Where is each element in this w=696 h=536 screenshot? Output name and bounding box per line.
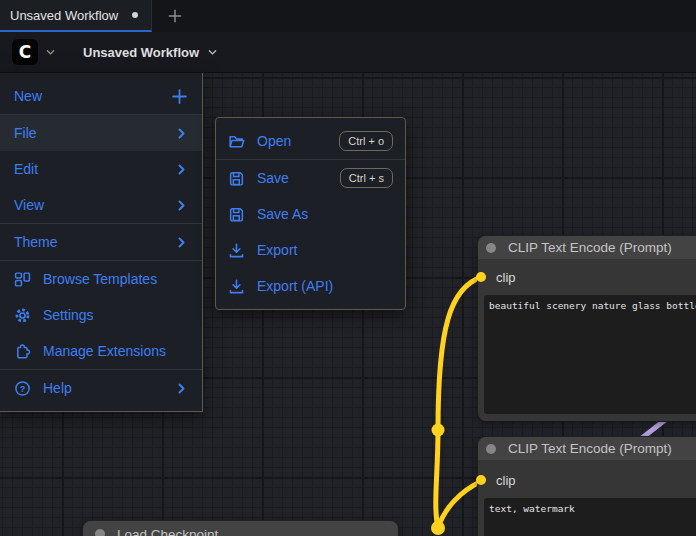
menu-item-manage-extensions[interactable]: Manage Extensions bbox=[0, 333, 202, 369]
menu-item-label: Help bbox=[43, 380, 72, 396]
submenu-item-save[interactable]: Save Ctrl + s bbox=[216, 160, 405, 196]
node-load-checkpoint: Load Checkpoint bbox=[83, 521, 398, 536]
clip-wire-middle bbox=[436, 430, 438, 528]
clip-input-slot: clip bbox=[478, 470, 516, 490]
node-header[interactable]: Load Checkpoint bbox=[83, 521, 398, 536]
folder-open-icon bbox=[228, 133, 245, 150]
node-header[interactable]: CLIP Text Encode (Prompt) bbox=[478, 437, 696, 460]
submenu-item-label: Export bbox=[257, 242, 297, 258]
collapse-dot-icon[interactable] bbox=[95, 529, 105, 536]
chevron-right-icon bbox=[175, 127, 188, 140]
save-icon bbox=[228, 170, 245, 187]
comfyui-logo-icon: C bbox=[12, 39, 38, 65]
submenu-item-export[interactable]: Export bbox=[216, 232, 405, 268]
submenu-item-label: Save As bbox=[257, 206, 308, 222]
menu-item-label: Browse Templates bbox=[43, 271, 157, 287]
file-submenu-panel: Open Ctrl + o Save Ctrl + s Save As bbox=[215, 117, 406, 310]
shortcut-badge: Ctrl + o bbox=[339, 131, 393, 151]
clip-wire-bottom bbox=[438, 481, 482, 528]
workflow-tab[interactable]: Unsaved Workflow bbox=[0, 0, 152, 32]
submenu-item-export-api[interactable]: Export (API) bbox=[216, 268, 405, 304]
menu-item-label: Theme bbox=[14, 234, 58, 250]
menu-item-label: Manage Extensions bbox=[43, 343, 166, 359]
menu-item-label: Settings bbox=[43, 307, 94, 323]
menu-item-help[interactable]: ? Help bbox=[0, 370, 202, 406]
menu-item-edit[interactable]: Edit bbox=[0, 151, 202, 187]
templates-icon bbox=[14, 271, 31, 288]
submenu-item-open[interactable]: Open Ctrl + o bbox=[216, 123, 405, 159]
chevron-down-icon bbox=[207, 47, 218, 58]
save-icon bbox=[228, 206, 245, 223]
clip-input-port[interactable] bbox=[476, 272, 486, 282]
menu-item-label: New bbox=[14, 88, 42, 104]
workflow-name-dropdown[interactable]: Unsaved Workflow bbox=[83, 45, 218, 60]
menu-item-browse-templates[interactable]: Browse Templates bbox=[0, 261, 202, 297]
submenu-item-save-as[interactable]: Save As bbox=[216, 196, 405, 232]
chevron-down-icon bbox=[45, 47, 56, 58]
collapse-dot-icon[interactable] bbox=[486, 243, 496, 253]
submenu-item-label: Export (API) bbox=[257, 278, 333, 294]
node-clip-text-encode-positive: CLIP Text Encode (Prompt) clip beautiful… bbox=[478, 236, 696, 421]
node-clip-text-encode-negative: CLIP Text Encode (Prompt) clip text, wat… bbox=[478, 437, 696, 536]
plus-icon bbox=[171, 88, 188, 105]
node-title: CLIP Text Encode (Prompt) bbox=[508, 441, 672, 456]
menu-item-label: View bbox=[14, 197, 44, 213]
menu-item-file[interactable]: File bbox=[0, 115, 202, 151]
workflow-name-label: Unsaved Workflow bbox=[83, 45, 199, 60]
svg-text:?: ? bbox=[20, 383, 26, 393]
submenu-item-label: Open bbox=[257, 133, 291, 149]
menu-item-new[interactable]: New bbox=[0, 78, 202, 114]
chevron-right-icon bbox=[175, 199, 188, 212]
menu-item-theme[interactable]: Theme bbox=[0, 224, 202, 260]
clip-wire-top bbox=[438, 277, 482, 430]
submenu-item-label: Save bbox=[257, 170, 289, 186]
node-title: Load Checkpoint bbox=[117, 527, 218, 536]
menu-item-view[interactable]: View bbox=[0, 187, 202, 223]
menu-item-label: Edit bbox=[14, 161, 38, 177]
workflow-tab-bar: Unsaved Workflow bbox=[0, 0, 696, 32]
prompt-text-field[interactable]: text, watermark bbox=[484, 498, 696, 536]
main-toolbar: C Unsaved Workflow bbox=[0, 32, 696, 73]
question-circle-icon: ? bbox=[14, 380, 31, 397]
app-menu-button[interactable]: C bbox=[12, 39, 56, 65]
menu-item-label: File bbox=[14, 125, 37, 141]
node-title: CLIP Text Encode (Prompt) bbox=[508, 240, 672, 255]
gear-icon bbox=[14, 307, 31, 324]
chevron-right-icon bbox=[175, 236, 188, 249]
download-icon bbox=[228, 242, 245, 259]
plus-icon bbox=[166, 7, 184, 25]
puzzle-icon bbox=[14, 343, 31, 360]
node-header[interactable]: CLIP Text Encode (Prompt) bbox=[478, 236, 696, 259]
main-menu-panel: New File Edit View Theme bbox=[0, 73, 203, 412]
new-tab-button[interactable] bbox=[162, 4, 188, 28]
unsaved-indicator-icon[interactable] bbox=[132, 12, 138, 18]
menu-item-settings[interactable]: Settings bbox=[0, 297, 202, 333]
chevron-right-icon bbox=[175, 163, 188, 176]
wire-junction-dot[interactable] bbox=[431, 521, 445, 535]
workflow-tab-title: Unsaved Workflow bbox=[10, 8, 118, 23]
clip-input-label: clip bbox=[496, 473, 516, 488]
download-icon bbox=[228, 278, 245, 295]
collapse-dot-icon[interactable] bbox=[486, 444, 496, 454]
chevron-right-icon bbox=[175, 382, 188, 395]
clip-input-slot: clip bbox=[478, 267, 516, 287]
clip-input-port[interactable] bbox=[476, 475, 486, 485]
shortcut-badge: Ctrl + s bbox=[340, 168, 393, 188]
prompt-text-field[interactable]: beautiful scenery nature glass bottle bbox=[484, 295, 696, 414]
reroute-dot[interactable] bbox=[432, 424, 445, 437]
clip-input-label: clip bbox=[496, 270, 516, 285]
